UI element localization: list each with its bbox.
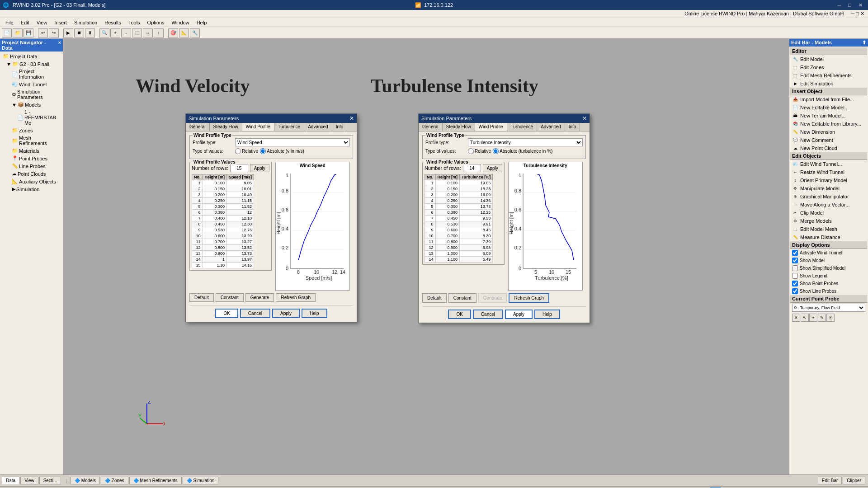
show-line-probes-check[interactable]: Show Line Probes bbox=[790, 287, 867, 295]
tb-btn-2[interactable]: ⏹ bbox=[74, 28, 84, 38]
tree-project-data[interactable]: 📁Project Data bbox=[1, 52, 62, 60]
refresh-graph-button-right[interactable]: Refresh Graph bbox=[509, 293, 549, 303]
new-point-cloud-item[interactable]: ☁New Point Cloud bbox=[790, 144, 867, 152]
probe-cursor-btn[interactable]: ↖ bbox=[801, 314, 809, 322]
ok-button-left[interactable]: OK bbox=[215, 309, 238, 318]
dtab-general-left[interactable]: General bbox=[186, 123, 210, 131]
manipulate-model-item[interactable]: ✥Manipulate Model bbox=[790, 184, 867, 192]
measure-distance-item[interactable]: 📏Measure Distance bbox=[790, 233, 867, 241]
menu-options[interactable]: Options bbox=[144, 19, 168, 26]
help-button-left[interactable]: Help bbox=[302, 309, 327, 318]
menu-view[interactable]: View bbox=[33, 19, 51, 26]
tree-model-1[interactable]: 📄1 - RFEM/RSTAB Mo bbox=[1, 108, 62, 127]
orient-model-item[interactable]: ↕Orient Primary Model bbox=[790, 176, 867, 184]
btab-data[interactable]: Data bbox=[2, 477, 19, 484]
cancel-button-right[interactable]: Cancel bbox=[473, 310, 503, 319]
tb-btn-12[interactable]: 🔧 bbox=[190, 28, 200, 38]
btab-view[interactable]: View bbox=[20, 477, 38, 484]
tb-btn-7[interactable]: ⬚ bbox=[132, 28, 142, 38]
help-button-right[interactable]: Help bbox=[534, 310, 560, 319]
tree-mesh-refinements[interactable]: 📁Mesh Refinements bbox=[1, 134, 62, 147]
tree-project-info[interactable]: 📄Project Information bbox=[1, 68, 62, 80]
tb-btn-6[interactable]: - bbox=[121, 28, 131, 38]
tree-zones[interactable]: 📁Zones bbox=[1, 127, 62, 134]
menu-file[interactable]: File bbox=[2, 19, 17, 26]
edit-mesh-item[interactable]: ⬚Edit Mesh Refinements bbox=[790, 71, 867, 80]
tree-simulation[interactable]: ▶Simulation bbox=[1, 185, 62, 193]
btab-secti[interactable]: Secti... bbox=[39, 477, 61, 484]
ok-button-right[interactable]: OK bbox=[448, 310, 471, 319]
num-rows-input-left[interactable] bbox=[230, 164, 248, 172]
show-simplified-check[interactable]: Show Simplified Model bbox=[790, 264, 867, 272]
tree-wind-tunnel[interactable]: 💨Wind Tunnel bbox=[1, 80, 62, 88]
new-comment-item[interactable]: 💬New Comment bbox=[790, 136, 867, 144]
edit-model-mesh-item[interactable]: ⬚Edit Model Mesh bbox=[790, 225, 867, 233]
close-button[interactable]: ✕ bbox=[856, 2, 865, 8]
tb-btn-1[interactable]: ▶ bbox=[63, 28, 73, 38]
tb-btn-8[interactable]: ↔ bbox=[143, 28, 153, 38]
probe-add-btn[interactable]: + bbox=[809, 314, 817, 322]
dtab-windprofile-left[interactable]: Wind Profile bbox=[242, 123, 274, 131]
undo-button[interactable]: ↩ bbox=[38, 28, 48, 38]
probe-copy-btn[interactable]: ⎘ bbox=[826, 314, 835, 322]
refresh-graph-button-left[interactable]: Refresh Graph bbox=[276, 293, 316, 302]
edit-zones-item[interactable]: ⬚Edit Zones bbox=[790, 63, 867, 71]
new-button[interactable]: 📄 bbox=[2, 28, 12, 38]
apply-button-right[interactable]: Apply bbox=[505, 310, 533, 319]
dialog-turb-close[interactable]: ✕ bbox=[582, 115, 587, 122]
save-button[interactable]: 💾 bbox=[24, 28, 33, 38]
import-model-item[interactable]: 📥Import Model from File... bbox=[790, 95, 867, 103]
apply-rows-button-left[interactable]: Apply bbox=[250, 164, 269, 172]
probe-select[interactable]: 0 - Temporary, Flow Field bbox=[792, 304, 865, 312]
btab-edit-bar[interactable]: Edit Bar bbox=[818, 477, 842, 484]
absolute-radio-right[interactable]: Absolute (turbulence in %) bbox=[493, 148, 552, 154]
new-dimension-item[interactable]: 📏New Dimension bbox=[790, 128, 867, 136]
dtab-steadyflow-right[interactable]: Steady Flow bbox=[443, 123, 475, 131]
tree-auxiliary-objects[interactable]: 📐Auxiliary Objects bbox=[1, 178, 62, 185]
apply-rows-button-right[interactable]: Apply bbox=[483, 164, 502, 172]
redo-button[interactable]: ↪ bbox=[49, 28, 59, 38]
edit-model-item[interactable]: 🔧Edit Model bbox=[790, 55, 867, 63]
panel-controls[interactable]: × bbox=[58, 40, 61, 51]
menu-insert[interactable]: Insert bbox=[51, 19, 71, 26]
profile-type-select[interactable]: Wind Speed bbox=[235, 138, 350, 146]
probe-edit-btn[interactable]: ✎ bbox=[818, 314, 826, 322]
tree-point-probes[interactable]: 📍Point Probes bbox=[1, 155, 62, 162]
open-button[interactable]: 📁 bbox=[13, 28, 23, 38]
tb-btn-5[interactable]: + bbox=[110, 28, 120, 38]
absolute-radio-left[interactable]: Absolute (v in m/s) bbox=[260, 148, 304, 154]
menu-tools[interactable]: Tools bbox=[125, 19, 144, 26]
show-point-probes-check[interactable]: Show Point Probes bbox=[790, 280, 867, 287]
dtab-info-right[interactable]: Info bbox=[565, 123, 580, 131]
btab-models[interactable]: 🔷 Models bbox=[71, 477, 100, 484]
edit-simulation-item[interactable]: ▶Edit Simulation bbox=[790, 80, 867, 88]
btab-zones[interactable]: 🔷 Zones bbox=[101, 477, 128, 484]
tree-line-probes[interactable]: 📏Line Probes bbox=[1, 162, 62, 170]
tree-sim-params[interactable]: ⚙Simulation Parameters bbox=[1, 88, 62, 101]
tree-materials[interactable]: 📁Materials bbox=[1, 147, 62, 155]
tree-models[interactable]: ▼📦Models bbox=[1, 101, 62, 108]
dtab-advanced-left[interactable]: Advanced bbox=[304, 123, 332, 131]
menu-window[interactable]: Window bbox=[168, 19, 193, 26]
menu-simulation[interactable]: Simulation bbox=[71, 19, 101, 26]
tb-btn-4[interactable]: 🔍 bbox=[99, 28, 109, 38]
dtab-turbulence-left[interactable]: Turbulence bbox=[274, 123, 305, 131]
activate-wind-tunnel-check[interactable]: Activate Wind Tunnel bbox=[790, 249, 867, 257]
resize-wind-tunnel-item[interactable]: ↔Resize Wind Tunnel bbox=[790, 168, 867, 176]
menu-help[interactable]: Help bbox=[193, 19, 211, 26]
dtab-advanced-right[interactable]: Advanced bbox=[537, 123, 565, 131]
clip-model-item[interactable]: ✂Clip Model bbox=[790, 209, 867, 217]
btab-mesh-ref[interactable]: 🔷 Mesh Refinements bbox=[129, 477, 182, 484]
dtab-general-right[interactable]: General bbox=[419, 123, 443, 131]
new-editable-item[interactable]: 📄New Editable Model... bbox=[790, 103, 867, 112]
relative-radio-right[interactable]: Relative bbox=[468, 148, 491, 154]
tb-btn-3[interactable]: ⏸ bbox=[85, 28, 95, 38]
graphical-manip-item[interactable]: 🖱Graphical Manipulator bbox=[790, 192, 867, 201]
dtab-steadyflow-left[interactable]: Steady Flow bbox=[210, 123, 242, 131]
new-terrain-item[interactable]: 🏔New Terrain Model... bbox=[790, 112, 867, 120]
probe-delete-btn[interactable]: ✕ bbox=[792, 314, 800, 322]
generate-button-left[interactable]: Generate bbox=[245, 293, 274, 302]
relative-radio-left[interactable]: Relative bbox=[235, 148, 258, 154]
window-controls[interactable]: ─ □ ✕ bbox=[835, 2, 865, 8]
tree-g2-finall[interactable]: ▼📁G2 - 03 Finall bbox=[1, 60, 62, 68]
